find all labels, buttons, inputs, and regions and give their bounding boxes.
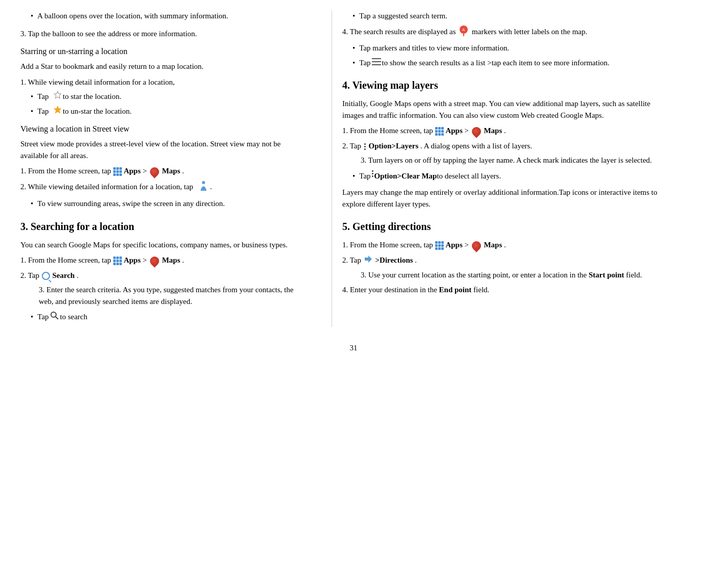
apps-icon-layers bbox=[435, 127, 444, 136]
section4-step2-pre: 2. Tap bbox=[342, 142, 363, 150]
section5-step1: 1. From the Home screen, tap Apps > Maps… bbox=[342, 239, 663, 251]
option-clearmap-label: Option>Clear Map bbox=[374, 170, 437, 182]
maps-label-layers: Maps bbox=[484, 126, 502, 135]
street-person-icon bbox=[200, 181, 207, 194]
right-step4: 4. The search results are displayed as A… bbox=[342, 25, 663, 40]
section4-bullet1-pre: Tap bbox=[359, 170, 370, 182]
section3-step2-end: . bbox=[77, 271, 79, 279]
section5-step4-pre: 4. Enter your destination in the bbox=[342, 286, 439, 294]
section4-step1-end: . bbox=[504, 126, 506, 135]
bullet-star-location: • Tap to star the location. bbox=[20, 91, 306, 103]
apps-grid bbox=[435, 241, 444, 250]
section5-step4-end: field. bbox=[473, 286, 489, 294]
street-step1-end: . bbox=[182, 167, 184, 175]
street-step1: 1. From the Home screen, tap Apps > Maps… bbox=[20, 165, 306, 177]
bullet-balloon: • A balloon opens over the location, wit… bbox=[20, 10, 306, 22]
apps-label-street: Apps bbox=[123, 167, 140, 175]
bullet-symbol: • bbox=[352, 42, 355, 54]
option-layers-label: Option>Layers bbox=[369, 142, 419, 150]
apps-icon-street bbox=[113, 167, 122, 176]
right-bullet2: • Tap markers and titles to view more in… bbox=[342, 42, 663, 54]
bullet-balloon-text: A balloon opens over the location, with … bbox=[37, 10, 228, 22]
section4-heading: 4. Viewing map layers bbox=[342, 78, 663, 93]
svg-rect-9 bbox=[372, 64, 381, 65]
street-bullet1: To view surrounding areas, swipe the scr… bbox=[37, 198, 225, 210]
svg-text:A: A bbox=[462, 28, 465, 32]
section3-step1-mid: > bbox=[142, 256, 148, 264]
end-point-label: End point bbox=[439, 286, 472, 294]
section3-intro: You can search Google Maps for specific … bbox=[20, 239, 306, 251]
apps-label-dir: Apps bbox=[445, 241, 462, 249]
starring-desc: Add a Star to bookmark and easily return… bbox=[20, 61, 306, 72]
starring-bullet1-pre: Tap bbox=[37, 91, 53, 103]
maps-icon-search bbox=[149, 255, 160, 267]
street-step1-pre: 1. From the Home screen, tap bbox=[20, 167, 113, 175]
section4-layers-note: Layers may change the map entirely or ov… bbox=[342, 187, 663, 210]
page-number: 31 bbox=[0, 342, 707, 354]
section4-step1-mid: > bbox=[464, 126, 470, 135]
apps-label-search: Apps bbox=[123, 256, 140, 264]
section3-step1-end: . bbox=[182, 256, 184, 264]
starring-step1: 1. While viewing detail information for … bbox=[20, 76, 306, 88]
svg-point-2 bbox=[202, 181, 205, 184]
marker-icon: A bbox=[459, 25, 469, 40]
search-label: Search bbox=[53, 271, 75, 279]
section5-step4: 4. Enter your destination in the End poi… bbox=[342, 284, 663, 296]
section3-bullet1-pre: Tap bbox=[37, 311, 48, 323]
section4-intro: Initially, Google Maps opens with a stre… bbox=[342, 98, 663, 121]
section3-step2-pre: 2. Tap bbox=[20, 271, 41, 279]
apps-icon-dir bbox=[435, 241, 444, 250]
bullet-unstar-location: • Tap to un-star the location. bbox=[20, 106, 306, 117]
search-icon-section3 bbox=[42, 272, 50, 280]
maps-icon-layers bbox=[471, 126, 482, 137]
apps-grid bbox=[113, 167, 122, 176]
svg-point-3 bbox=[51, 312, 56, 317]
directions-label: >Directions bbox=[375, 256, 413, 264]
street-step2-end: . bbox=[210, 182, 212, 190]
star-filled-icon bbox=[54, 106, 62, 117]
section5-step2: 2. Tap >Directions . bbox=[342, 254, 663, 267]
right-step4-post: markers with letter labels on the map. bbox=[472, 27, 587, 35]
section3-step1-pre: 1. From the Home screen, tap bbox=[20, 256, 113, 264]
svg-marker-1 bbox=[54, 106, 61, 113]
bullet-symbol: • bbox=[352, 57, 355, 69]
bullet-symbol: • bbox=[352, 170, 355, 182]
svg-marker-10 bbox=[365, 255, 372, 263]
right-column: • Tap a suggested search term. 4. The se… bbox=[332, 10, 663, 327]
bullet-tap-search: • Tap to search bbox=[20, 311, 306, 324]
apps-icon-search bbox=[113, 257, 122, 265]
street-step2: 2. While viewing detailed information fo… bbox=[20, 181, 306, 194]
street-step2-pre: 2. While viewing detailed information fo… bbox=[20, 182, 193, 190]
section4-step1: 1. From the Home screen, tap Apps > Maps… bbox=[342, 125, 663, 137]
right-bullet3-pre: Tap bbox=[359, 57, 370, 69]
street-step1-mid: > bbox=[142, 167, 148, 175]
bullet-swipe: • To view surrounding areas, swipe the s… bbox=[20, 198, 306, 210]
bullet-symbol: • bbox=[31, 106, 33, 117]
step3-balloon: 3. Tap the balloon to see the address or… bbox=[20, 28, 306, 40]
right-bullet1: • Tap a suggested search term. bbox=[342, 10, 663, 22]
bullet-symbol: • bbox=[31, 10, 33, 22]
right-bullet1-text: Tap a suggested search term. bbox=[359, 10, 447, 22]
option-dots-clearmap-icon bbox=[372, 170, 373, 177]
bullet-symbol: • bbox=[31, 198, 33, 210]
section4-step3: 3. Turn layers on or off by tapping the … bbox=[342, 155, 663, 166]
section4-bullet1-post: to deselect all layers. bbox=[437, 170, 501, 182]
maps-icon-street bbox=[149, 166, 160, 177]
page-container: • A balloon opens over the location, wit… bbox=[0, 10, 707, 327]
section4-bullet-clearmap: • Tap Option>Clear Map to deselect all l… bbox=[342, 170, 663, 182]
maps-label-street: Maps bbox=[162, 167, 180, 175]
left-column: • A balloon opens over the location, wit… bbox=[20, 10, 316, 327]
section3-step2: 2. Tap Search . bbox=[20, 270, 306, 282]
right-step4-pre: 4. The search results are displayed as bbox=[342, 27, 458, 35]
list-view-icon bbox=[372, 57, 381, 69]
section3-step1: 1. From the Home screen, tap Apps > Maps… bbox=[20, 254, 306, 267]
section3-step3: 3. Enter the search criteria. As you typ… bbox=[20, 284, 306, 307]
svg-rect-7 bbox=[372, 58, 381, 59]
street-heading: Viewing a location in Street view bbox=[20, 123, 306, 135]
search-tap-icon bbox=[50, 311, 59, 324]
starring-bullet2-pre: Tap bbox=[37, 106, 53, 117]
apps-grid bbox=[435, 127, 444, 136]
section4-step2: 2. Tap Option>Layers . A dialog opens wi… bbox=[342, 140, 663, 152]
starring-bullet2-post: to un-star the location. bbox=[63, 106, 132, 117]
bullet-symbol: • bbox=[352, 10, 355, 22]
